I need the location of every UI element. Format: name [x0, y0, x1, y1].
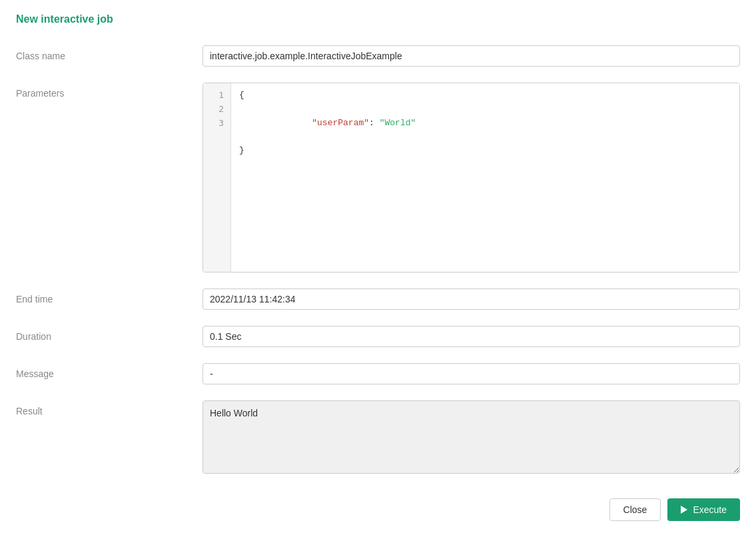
message-row: Message [16, 363, 740, 384]
bracket-open: { [239, 90, 244, 100]
bracket-close: } [239, 145, 244, 155]
result-row: Result [16, 400, 740, 476]
execute-button[interactable]: Execute [667, 498, 740, 521]
end-time-input[interactable] [202, 288, 740, 310]
result-field [202, 400, 740, 476]
parameters-label: Parameters [16, 83, 202, 99]
class-name-label: Class name [16, 45, 202, 61]
end-time-label: End time [16, 288, 202, 304]
message-input[interactable] [202, 363, 740, 384]
class-name-input[interactable] [202, 45, 740, 67]
code-value: "World" [380, 118, 416, 128]
code-content[interactable]: { "userParam": "World" } [231, 83, 739, 272]
colon: : [369, 118, 380, 128]
end-time-field [202, 288, 740, 310]
page-container: New interactive job Class name Parameter… [0, 0, 756, 548]
code-line-1: { [239, 89, 731, 103]
class-name-field [202, 45, 740, 67]
parameters-field: 1 2 3 { "userParam": "World" } [202, 83, 740, 273]
close-button[interactable]: Close [609, 498, 661, 521]
duration-label: Duration [16, 326, 202, 342]
duration-input[interactable] [202, 326, 740, 347]
class-name-row: Class name [16, 45, 740, 67]
code-editor[interactable]: 1 2 3 { "userParam": "World" } [202, 83, 740, 273]
execute-label: Execute [693, 504, 727, 515]
message-field [202, 363, 740, 384]
result-textarea[interactable] [202, 400, 740, 474]
duration-row: Duration [16, 326, 740, 347]
play-icon [681, 506, 687, 514]
message-label: Message [16, 363, 202, 379]
end-time-row: End time [16, 288, 740, 310]
code-line-3: } [239, 144, 731, 158]
parameters-row: Parameters 1 2 3 { "userParam": "World" … [16, 83, 740, 273]
code-line-2: "userParam": "World" [239, 103, 731, 144]
duration-field [202, 326, 740, 347]
code-key: "userParam" [312, 118, 369, 128]
page-title: New interactive job [16, 13, 740, 25]
footer-buttons: Close Execute [16, 492, 740, 534]
result-label: Result [16, 400, 202, 416]
line-numbers: 1 2 3 [203, 83, 231, 272]
